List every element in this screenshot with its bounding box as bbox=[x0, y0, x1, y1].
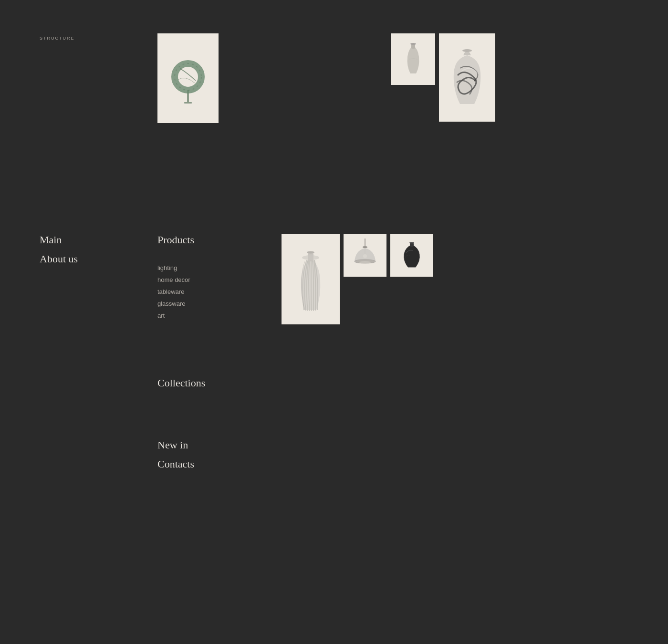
disc-sculpture-icon bbox=[171, 47, 205, 109]
svg-point-19 bbox=[409, 242, 414, 244]
card-ribbed-vase[interactable] bbox=[282, 234, 340, 324]
ceramic-vase-small-icon bbox=[402, 40, 425, 78]
card-dark-oval-vase[interactable] bbox=[390, 234, 433, 277]
product-grid-middle bbox=[282, 234, 433, 324]
svg-point-12 bbox=[363, 246, 367, 248]
pendant-lamp-icon bbox=[351, 239, 379, 272]
nav-contacts[interactable]: Contacts bbox=[157, 458, 194, 470]
svg-point-10 bbox=[302, 255, 319, 260]
dark-oval-vase-icon bbox=[400, 241, 423, 270]
products-section: Products lighting home decor tableware g… bbox=[157, 234, 194, 319]
nav-new-in[interactable]: New in bbox=[157, 439, 194, 451]
products-list: lighting home decor tableware glassware … bbox=[157, 264, 194, 319]
top-cards-left bbox=[157, 33, 219, 123]
ribbed-vase-icon bbox=[293, 243, 328, 315]
page-wrapper: STRUCTURE bbox=[0, 0, 668, 644]
collections-section: Collections bbox=[157, 377, 205, 389]
svg-point-9 bbox=[307, 251, 314, 254]
product-item-art[interactable]: art bbox=[157, 312, 194, 319]
top-cards-right bbox=[391, 33, 495, 122]
card-pendant-lamp[interactable] bbox=[344, 234, 386, 277]
svg-point-7 bbox=[462, 49, 472, 52]
svg-point-17 bbox=[363, 254, 367, 258]
structure-label: STRUCTURE bbox=[40, 36, 75, 41]
nav-main[interactable]: Main bbox=[40, 234, 78, 246]
svg-point-15 bbox=[359, 261, 371, 264]
product-item-glassware[interactable]: glassware bbox=[157, 300, 194, 307]
nav-about[interactable]: About us bbox=[40, 253, 78, 265]
product-item-tableware[interactable]: tableware bbox=[157, 288, 194, 295]
card-disc-sculpture[interactable] bbox=[157, 33, 219, 123]
swirl-vase-icon bbox=[448, 47, 486, 109]
svg-point-6 bbox=[410, 43, 416, 45]
bottom-nav: New in Contacts bbox=[157, 439, 194, 470]
collections-title[interactable]: Collections bbox=[157, 377, 205, 389]
products-title: Products bbox=[157, 234, 194, 246]
product-item-lighting[interactable]: lighting bbox=[157, 264, 194, 271]
card-swirl-vase[interactable] bbox=[439, 33, 495, 122]
card-ceramic-vase-small[interactable] bbox=[391, 33, 435, 85]
nav-left: Main About us bbox=[40, 234, 78, 265]
product-item-home-decor[interactable]: home decor bbox=[157, 276, 194, 283]
